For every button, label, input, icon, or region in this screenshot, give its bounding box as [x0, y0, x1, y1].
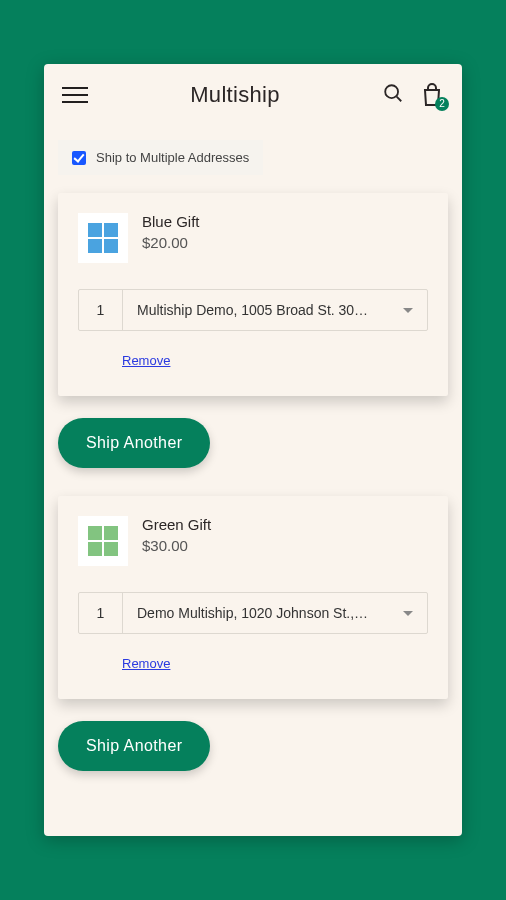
- address-value: Demo Multiship, 1020 Johnson St.,…: [137, 605, 397, 621]
- quantity-input[interactable]: 1: [79, 290, 123, 330]
- address-value: Multiship Demo, 1005 Broad St. 30…: [137, 302, 397, 318]
- quantity-input[interactable]: 1: [79, 593, 123, 633]
- remove-link[interactable]: Remove: [122, 353, 428, 368]
- app-frame: Multiship 2 Ship to Multiple Addresses: [44, 64, 462, 836]
- header-actions: 2: [382, 82, 444, 108]
- content: Ship to Multiple Addresses Blue Gift $20…: [44, 122, 462, 836]
- header: Multiship 2: [44, 64, 462, 122]
- search-icon[interactable]: [382, 82, 404, 108]
- chevron-down-icon: [403, 611, 413, 616]
- address-select[interactable]: Multiship Demo, 1005 Broad St. 30…: [123, 290, 427, 330]
- page-title: Multiship: [102, 82, 368, 108]
- address-select[interactable]: Demo Multiship, 1020 Johnson St.,…: [123, 593, 427, 633]
- svg-line-1: [397, 97, 402, 102]
- ship-another-button[interactable]: Ship Another: [58, 418, 210, 468]
- product-thumbnail: [78, 213, 128, 263]
- multiship-toggle-row[interactable]: Ship to Multiple Addresses: [58, 140, 263, 175]
- product-row: Green Gift $30.00: [78, 516, 428, 566]
- product-thumbnail: [78, 516, 128, 566]
- chevron-down-icon: [403, 308, 413, 313]
- multiship-checkbox-label: Ship to Multiple Addresses: [96, 150, 249, 165]
- svg-point-0: [385, 85, 398, 98]
- remove-link[interactable]: Remove: [122, 656, 428, 671]
- quantity-address-row: 1 Multiship Demo, 1005 Broad St. 30…: [78, 289, 428, 331]
- quantity-address-row: 1 Demo Multiship, 1020 Johnson St.,…: [78, 592, 428, 634]
- product-price: $20.00: [142, 234, 200, 251]
- product-name: Blue Gift: [142, 213, 200, 230]
- menu-icon[interactable]: [62, 82, 88, 108]
- product-price: $30.00: [142, 537, 211, 554]
- product-row: Blue Gift $20.00: [78, 213, 428, 263]
- multiship-checkbox[interactable]: [72, 151, 86, 165]
- cart-icon[interactable]: 2: [420, 82, 444, 108]
- ship-another-button[interactable]: Ship Another: [58, 721, 210, 771]
- shipment-card: Blue Gift $20.00 1 Multiship Demo, 1005 …: [58, 193, 448, 396]
- shipment-card: Green Gift $30.00 1 Demo Multiship, 1020…: [58, 496, 448, 699]
- cart-badge: 2: [435, 97, 449, 111]
- product-name: Green Gift: [142, 516, 211, 533]
